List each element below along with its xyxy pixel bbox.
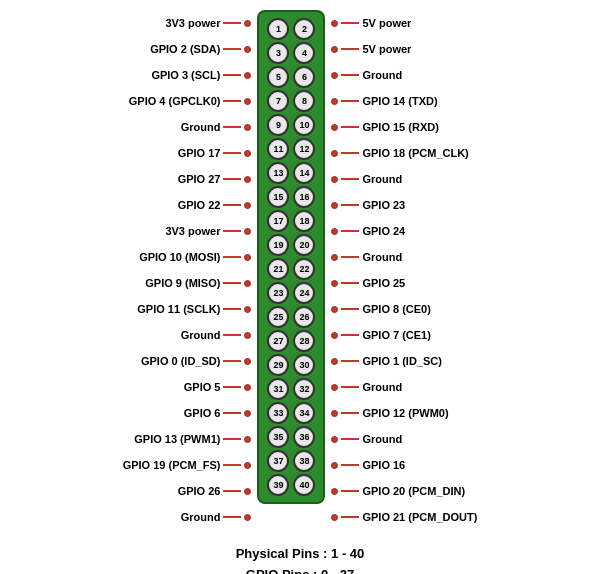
pin-right: 40 — [293, 474, 315, 496]
right-line — [341, 516, 359, 518]
pin-right: 20 — [293, 234, 315, 256]
left-dot — [244, 202, 251, 209]
pin-row: 39 40 — [267, 474, 315, 496]
right-label-text: 5V power — [362, 18, 411, 29]
left-label-row: GPIO 17 — [178, 140, 254, 166]
pin-row: 35 36 — [267, 426, 315, 448]
pin-right: 12 — [293, 138, 315, 160]
right-label-row: GPIO 18 (PCM_CLK) — [329, 140, 468, 166]
left-label-text: GPIO 13 (PWM1) — [134, 434, 220, 445]
pin-left: 7 — [267, 90, 289, 112]
left-label-row: GPIO 4 (GPCLK0) — [129, 88, 254, 114]
left-line — [223, 282, 241, 284]
left-line — [223, 178, 241, 180]
pin-right: 26 — [293, 306, 315, 328]
right-line — [341, 490, 359, 492]
right-line — [341, 282, 359, 284]
pin-right: 28 — [293, 330, 315, 352]
right-label-text: 5V power — [362, 44, 411, 55]
right-label-row: GPIO 15 (RXD) — [329, 114, 438, 140]
left-label-row: GPIO 19 (PCM_FS) — [123, 452, 254, 478]
pin-right: 32 — [293, 378, 315, 400]
left-line — [223, 334, 241, 336]
pin-left: 11 — [267, 138, 289, 160]
right-label-row: 5V power — [329, 10, 411, 36]
right-label-row: Ground — [329, 166, 402, 192]
pin-left: 17 — [267, 210, 289, 232]
right-line — [341, 74, 359, 76]
pin-row: 27 28 — [267, 330, 315, 352]
right-label-text: GPIO 7 (CE1) — [362, 330, 430, 341]
left-label-row: GPIO 5 — [184, 374, 254, 400]
left-line — [223, 516, 241, 518]
pin-left: 13 — [267, 162, 289, 184]
left-dot — [244, 514, 251, 521]
right-line — [341, 438, 359, 440]
left-label-text: GPIO 19 (PCM_FS) — [123, 460, 221, 471]
pin-row: 11 12 — [267, 138, 315, 160]
left-dot — [244, 176, 251, 183]
right-line — [341, 334, 359, 336]
left-label-text: GPIO 0 (ID_SD) — [141, 356, 220, 367]
right-dot — [331, 514, 338, 521]
pin-left: 33 — [267, 402, 289, 424]
left-label-row: GPIO 22 — [178, 192, 254, 218]
right-line — [341, 152, 359, 154]
left-dot — [244, 254, 251, 261]
right-label-row: GPIO 14 (TXD) — [329, 88, 437, 114]
left-label-row: GPIO 2 (SDA) — [150, 36, 253, 62]
left-dot — [244, 124, 251, 131]
pin-row: 7 8 — [267, 90, 315, 112]
right-line — [341, 360, 359, 362]
right-dot — [331, 72, 338, 79]
right-dot — [331, 228, 338, 235]
right-label-text: GPIO 14 (TXD) — [362, 96, 437, 107]
pin-left: 37 — [267, 450, 289, 472]
right-dot — [331, 384, 338, 391]
left-label-row: Ground — [181, 114, 254, 140]
pin-left: 1 — [267, 18, 289, 40]
left-line — [223, 308, 241, 310]
left-label-text: GPIO 9 (MISO) — [145, 278, 220, 289]
right-dot — [331, 176, 338, 183]
pin-left: 3 — [267, 42, 289, 64]
right-dot — [331, 306, 338, 313]
left-label-text: Ground — [181, 330, 221, 341]
right-label-text: Ground — [362, 70, 402, 81]
right-line — [341, 386, 359, 388]
right-label-row: 5V power — [329, 36, 411, 62]
left-label-text: GPIO 27 — [178, 174, 221, 185]
left-label-text: GPIO 17 — [178, 148, 221, 159]
pin-row: 29 30 — [267, 354, 315, 376]
pin-left: 31 — [267, 378, 289, 400]
left-line — [223, 22, 241, 24]
pin-row: 31 32 — [267, 378, 315, 400]
right-label-text: GPIO 21 (PCM_DOUT) — [362, 512, 477, 523]
left-dot — [244, 410, 251, 417]
left-label-text: GPIO 2 (SDA) — [150, 44, 220, 55]
right-label-row: Ground — [329, 244, 402, 270]
right-label-text: GPIO 8 (CE0) — [362, 304, 430, 315]
pin-left: 27 — [267, 330, 289, 352]
right-label-text: GPIO 25 — [362, 278, 405, 289]
left-dot — [244, 20, 251, 27]
right-label-row: GPIO 23 — [329, 192, 405, 218]
left-label-text: GPIO 22 — [178, 200, 221, 211]
left-dot — [244, 358, 251, 365]
right-line — [341, 464, 359, 466]
pin-left: 15 — [267, 186, 289, 208]
right-line — [341, 230, 359, 232]
pin-left: 23 — [267, 282, 289, 304]
left-label-text: 3V3 power — [165, 226, 220, 237]
left-label-text: GPIO 5 — [184, 382, 221, 393]
pin-row: 37 38 — [267, 450, 315, 472]
right-label-row: GPIO 25 — [329, 270, 405, 296]
left-label-text: GPIO 4 (GPCLK0) — [129, 96, 221, 107]
right-label-text: GPIO 18 (PCM_CLK) — [362, 148, 468, 159]
right-dot — [331, 436, 338, 443]
pin-left: 19 — [267, 234, 289, 256]
pin-right: 22 — [293, 258, 315, 280]
right-label-row: GPIO 16 — [329, 452, 405, 478]
pin-right: 8 — [293, 90, 315, 112]
left-line — [223, 204, 241, 206]
